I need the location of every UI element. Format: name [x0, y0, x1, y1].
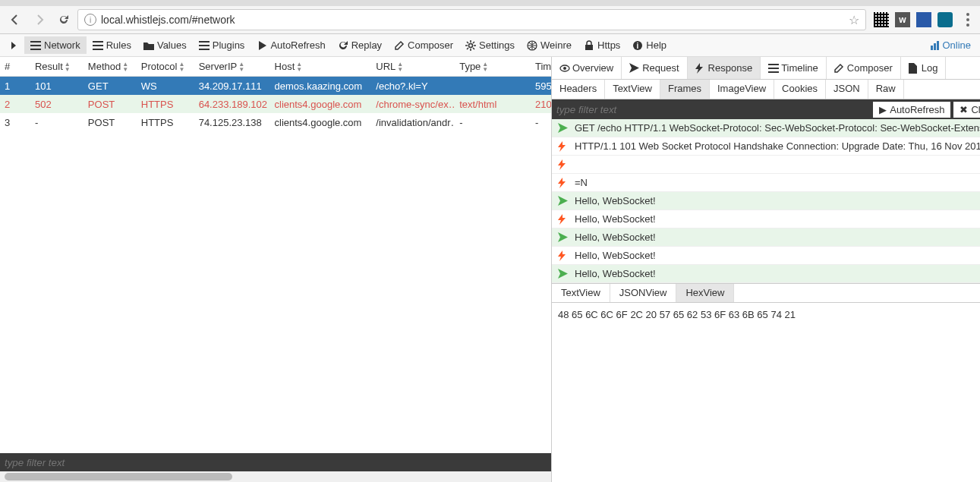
send-icon — [558, 123, 569, 133]
tab-response[interactable]: Response — [688, 57, 761, 79]
autorefresh-button[interactable]: ▶ AutoRefresh — [873, 102, 950, 118]
tab-composer[interactable]: Composer — [827, 57, 901, 79]
svg-point-6 — [563, 67, 566, 70]
toolbar-values[interactable]: Values — [137, 36, 193, 54]
col-protocol[interactable]: Protocol▲▼ — [137, 61, 194, 72]
forward-button[interactable] — [29, 9, 50, 30]
col-type[interactable]: Type▲▼ — [455, 61, 531, 72]
extension-react-icon[interactable] — [937, 12, 953, 27]
recv-icon — [558, 141, 569, 152]
list-icon — [30, 41, 41, 50]
recv-icon — [558, 214, 569, 225]
frames-list: GET /echo HTTP/1.1 WebSocket-Protocol: S… — [552, 119, 980, 283]
subtab-imageview[interactable]: ImageView — [710, 80, 774, 99]
url-input[interactable] — [101, 14, 844, 26]
toolbar-label: AutoRefresh — [270, 39, 325, 51]
extension-w-icon[interactable]: w — [895, 12, 910, 27]
toolbar-network[interactable]: Network — [24, 36, 87, 54]
toolbar-plugins[interactable]: Plugins — [193, 36, 251, 54]
back-button[interactable] — [5, 9, 26, 30]
frame-text: =N — [575, 177, 980, 188]
subtab-cookies[interactable]: Cookies — [774, 80, 826, 99]
tab-request[interactable]: Request — [622, 57, 687, 79]
toolbar-label: Plugins — [213, 39, 245, 51]
frame-row[interactable]: Hello, WebSocket! — [552, 265, 980, 283]
viewtab-hexview[interactable]: HexView — [676, 284, 734, 302]
toolbar-settings[interactable]: Settings — [459, 36, 521, 54]
detail-panel: OverviewRequestResponseTimelineComposerL… — [552, 57, 980, 482]
frame-row[interactable]: HTTP/1.1 101 Web Socket Protocol Handsha… — [552, 137, 980, 156]
frame-text: Hello, WebSocket! — [575, 232, 980, 243]
frame-row[interactable] — [552, 156, 980, 174]
toolbar-autorefresh[interactable]: AutoRefresh — [251, 36, 331, 54]
toolbar-rules[interactable]: Rules — [87, 36, 137, 54]
col-result[interactable]: Result▲▼ — [30, 61, 84, 72]
col-host[interactable]: Host▲▼ — [270, 61, 372, 72]
network-row[interactable]: 1101GETWS34.209.17.111demos.kaazing.com/… — [0, 77, 551, 95]
chrome-tab-strip — [0, 0, 980, 6]
toolbar-label: Settings — [479, 39, 515, 51]
subtab-json[interactable]: JSON — [826, 80, 868, 99]
send-icon — [558, 196, 569, 206]
address-bar[interactable]: i ☆ — [77, 9, 866, 30]
toolbar-label: Network — [44, 39, 80, 51]
frame-row[interactable]: Hello, WebSocket! — [552, 228, 980, 247]
toolbar-label: Composer — [408, 39, 453, 51]
expand-button[interactable] — [3, 38, 24, 53]
subtab-raw[interactable]: Raw — [868, 80, 904, 99]
svg-point-0 — [469, 43, 473, 47]
col-serverip[interactable]: ServerIP▲▼ — [194, 61, 270, 72]
col-method[interactable]: Method▲▼ — [84, 61, 137, 72]
toolbar-https[interactable]: Https — [578, 36, 626, 54]
subtab-headers[interactable]: Headers — [552, 80, 605, 99]
subtab-textview[interactable]: TextView — [605, 80, 660, 99]
frame-text: Hello, WebSocket! — [575, 213, 980, 225]
network-row[interactable]: 2502POSTHTTPS64.233.189.102clients4.goog… — [0, 95, 551, 113]
chrome-toolbar: i ☆ w — [0, 6, 980, 34]
edit-icon — [834, 63, 844, 73]
online-label: Online — [942, 39, 971, 51]
bookmark-star-icon[interactable]: ☆ — [849, 13, 859, 27]
frames-filter-input[interactable] — [556, 104, 870, 115]
recv-icon — [558, 159, 569, 170]
chrome-menu-button[interactable] — [960, 13, 975, 27]
frame-row[interactable]: Hello, WebSocket! — [552, 210, 980, 228]
frame-text: Hello, WebSocket! — [575, 268, 980, 279]
frame-row[interactable]: GET /echo HTTP/1.1 WebSocket-Protocol: S… — [552, 119, 980, 137]
tab-timeline[interactable]: Timeline — [761, 57, 827, 79]
clear-button[interactable]: ✖ Clear — [953, 102, 980, 118]
online-status: Online — [931, 39, 977, 51]
site-info-icon[interactable]: i — [84, 14, 96, 26]
col-index[interactable]: # — [0, 61, 30, 72]
network-row[interactable]: 3-POSTHTTPS74.125.23.138clients4.google.… — [0, 113, 551, 131]
reload-button[interactable] — [53, 9, 74, 30]
frame-text: HTTP/1.1 101 Web Socket Protocol Handsha… — [575, 140, 980, 152]
extension-qr-icon[interactable] — [874, 12, 889, 27]
frame-row[interactable]: Hello, WebSocket! — [552, 192, 980, 210]
frame-row[interactable]: =N — [552, 174, 980, 192]
toolbar-weinre[interactable]: Weinre — [521, 36, 578, 54]
send-icon — [558, 269, 569, 279]
tab-log[interactable]: Log — [901, 57, 947, 79]
toolbar-help[interactable]: iHelp — [626, 36, 673, 54]
svg-text:i: i — [637, 42, 639, 50]
toolbar-composer[interactable]: Composer — [388, 36, 459, 54]
send-icon — [558, 232, 569, 242]
horizontal-scrollbar[interactable] — [0, 471, 551, 482]
extension-blue-icon[interactable] — [916, 12, 931, 27]
col-url[interactable]: URL▲▼ — [371, 61, 455, 72]
col-time[interactable]: Tim — [531, 61, 551, 72]
subtab-frames[interactable]: Frames — [660, 80, 710, 99]
info-icon: i — [632, 40, 643, 51]
toolbar-replay[interactable]: Replay — [332, 36, 388, 54]
bolt-icon — [695, 63, 705, 74]
frame-text: GET /echo HTTP/1.1 WebSocket-Protocol: S… — [575, 122, 980, 134]
network-filter-input[interactable] — [5, 457, 547, 468]
frame-row[interactable]: Hello, WebSocket! — [552, 247, 980, 265]
viewtab-textview[interactable]: TextView — [552, 284, 610, 302]
tab-overview[interactable]: Overview — [552, 57, 622, 79]
toolbar-label: Replay — [351, 39, 382, 51]
refresh-icon — [338, 40, 348, 51]
hex-content: 48 65 6C 6C 6F 2C 20 57 65 62 53 6F 63 6… — [552, 303, 980, 326]
viewtab-jsonview[interactable]: JSONView — [610, 284, 677, 302]
